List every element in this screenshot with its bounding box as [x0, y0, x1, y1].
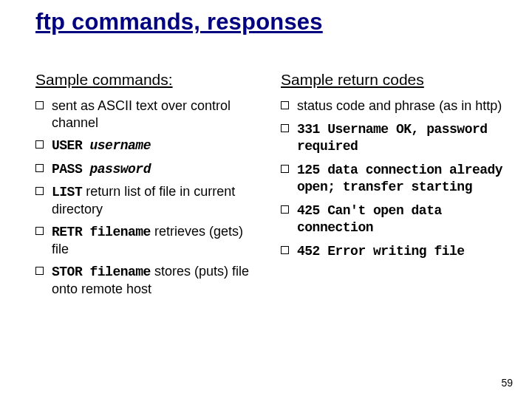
list-item: LIST return list of file in current dire… [35, 183, 259, 217]
code-text: 425 Can't open data connection [297, 203, 442, 236]
code-text: 331 Username OK, password required [297, 122, 488, 154]
code-text: STOR filename [52, 265, 151, 279]
left-column: Sample commands: sent as ASCII text over… [35, 71, 259, 303]
list-item: 331 Username OK, password required [281, 120, 504, 155]
list-item: status code and phrase (as in http) [281, 98, 504, 115]
list-item: PASS password [35, 160, 259, 178]
list-item: sent as ASCII text over control channel [35, 98, 259, 131]
code-text: LIST [52, 185, 82, 200]
list-item: 452 Error writing file [281, 242, 504, 260]
slide-title: ftp commands, responses [35, 9, 504, 35]
list-item: 425 Can't open data connection [281, 202, 504, 236]
code-text: USER [52, 138, 90, 153]
list-item: 125 data connection already open; transf… [281, 161, 504, 196]
code-italic: username [90, 138, 151, 153]
right-list: status code and phrase (as in http)331 U… [281, 98, 504, 259]
code-text: 125 data connection already open; transf… [297, 163, 502, 195]
right-column: Sample return codes status code and phra… [281, 71, 504, 303]
left-heading: Sample commands: [35, 71, 259, 89]
code-italic: password [90, 162, 151, 177]
slide: ftp commands, responses Sample commands:… [0, 0, 532, 399]
code-text: 452 Error writing file [297, 244, 465, 259]
list-item: RETR filename retrieves (gets) file [35, 223, 259, 257]
code-text: PASS [52, 162, 90, 177]
page-number: 59 [501, 377, 513, 389]
left-list: sent as ASCII text over control channelU… [35, 98, 259, 297]
list-item: USER username [35, 137, 259, 154]
list-item: STOR filename stores (puts) file onto re… [35, 263, 259, 297]
right-heading: Sample return codes [281, 71, 504, 89]
code-text: RETR filename [52, 225, 151, 239]
columns: Sample commands: sent as ASCII text over… [35, 71, 504, 303]
